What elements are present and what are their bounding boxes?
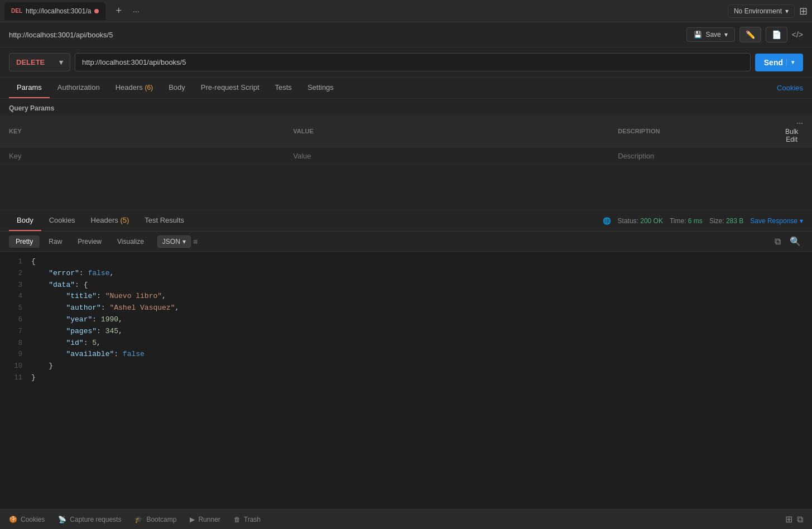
status-label: Status: 200 OK xyxy=(618,217,663,225)
response-tabs-row: Body Cookies Headers (5) Test Results 🌐 … xyxy=(0,210,812,232)
url-input[interactable] xyxy=(75,53,751,71)
capture-requests-item[interactable]: 📡 Capture requests xyxy=(58,516,121,523)
url-bar-container: http://localhost:3001/api/books/5 💾 Save… xyxy=(0,22,812,47)
response-tab-cookies[interactable]: Cookies xyxy=(41,210,83,231)
query-params-header: Query Params xyxy=(0,99,812,116)
request-tabs-row: Params Authorization Headers (6) Body Pr… xyxy=(0,78,812,99)
edit-icon-button[interactable]: ✏️ xyxy=(739,27,761,42)
json-line-7: 7 "pages": 345, xyxy=(0,326,812,338)
environment-selector[interactable]: No Environment ▾ xyxy=(728,4,795,18)
new-tab-button[interactable]: + xyxy=(112,4,125,18)
send-button[interactable]: Send ▾ xyxy=(755,54,803,71)
globe-icon: 🌐 xyxy=(603,217,611,225)
workspace-settings-button[interactable]: ⊞ xyxy=(799,5,808,17)
value-input[interactable] xyxy=(293,152,600,160)
format-row-right: ⧉ 🔍 xyxy=(772,235,803,248)
size-label: Size: 283 B xyxy=(709,217,743,225)
copy-icon-button[interactable]: ⧉ xyxy=(772,235,783,248)
key-cell[interactable] xyxy=(0,147,284,165)
params-table: KEY VALUE DESCRIPTION ··· Bulk Edit xyxy=(0,116,812,165)
tab-bar-actions: + ··· xyxy=(112,4,142,18)
format-selector[interactable]: JSON ▾ xyxy=(157,235,191,248)
time-label: Time: 6 ms xyxy=(670,217,703,225)
env-label: No Environment xyxy=(734,7,782,15)
json-line-1: 1 { xyxy=(0,256,812,268)
tab-url: http://localhost:3001/a xyxy=(26,7,91,15)
tab-body[interactable]: Body xyxy=(161,78,193,98)
format-chevron-icon: ▾ xyxy=(182,238,186,246)
layout-icon-button[interactable]: ⊞ xyxy=(785,514,792,525)
capture-icon: 📡 xyxy=(58,516,66,523)
bootcamp-item[interactable]: 🎓 Bootcamp xyxy=(134,516,176,523)
format-tab-pretty[interactable]: Pretty xyxy=(9,235,40,248)
bootcamp-icon: 🎓 xyxy=(134,516,143,523)
docs-icon-button[interactable]: 📄 xyxy=(766,27,787,42)
request-row: DELETE ▾ Send ▾ xyxy=(0,47,812,78)
table-row xyxy=(0,147,812,165)
code-icon-button[interactable]: </> xyxy=(792,30,803,39)
url-bar-actions: 💾 Save ▾ ✏️ 📄 </> xyxy=(686,27,803,42)
env-chevron-icon: ▾ xyxy=(785,7,789,15)
format-tab-visualize[interactable]: Visualize xyxy=(110,235,151,248)
json-line-10: 10 } xyxy=(0,360,812,372)
status-bar-right: ⊞ ⧉ xyxy=(785,514,803,525)
more-icon: ··· xyxy=(796,119,803,128)
split-icon-button[interactable]: ⧉ xyxy=(797,514,803,525)
runner-icon: ▶ xyxy=(190,516,195,523)
size-value: 283 B xyxy=(726,217,743,225)
cookies-status-icon: 🍪 xyxy=(9,516,17,523)
tab-params[interactable]: Params xyxy=(9,78,50,98)
json-line-4: 4 "title": "Nuevo libro", xyxy=(0,291,812,302)
more-tabs-button[interactable]: ··· xyxy=(129,6,143,17)
browser-tab-bar: DEL http://localhost:3001/a + ··· No Env… xyxy=(0,0,812,22)
runner-item[interactable]: ▶ Runner xyxy=(190,516,220,523)
save-response-button[interactable]: Save Response ▾ xyxy=(750,217,803,225)
cookies-status-item[interactable]: 🍪 Cookies xyxy=(9,516,45,523)
response-tab-test-results[interactable]: Test Results xyxy=(137,210,192,231)
format-tab-raw[interactable]: Raw xyxy=(42,235,69,248)
key-input[interactable] xyxy=(9,152,275,160)
json-line-11: 11 } xyxy=(0,372,812,384)
value-column-header: VALUE xyxy=(284,116,609,147)
format-tab-preview[interactable]: Preview xyxy=(71,235,108,248)
tab-authorization[interactable]: Authorization xyxy=(50,78,108,98)
request-title: http://localhost:3001/api/books/5 xyxy=(9,31,113,39)
active-tab[interactable]: DEL http://localhost:3001/a xyxy=(4,2,105,20)
save-button[interactable]: 💾 Save ▾ xyxy=(686,27,734,42)
response-meta: 🌐 Status: 200 OK Time: 6 ms Size: 283 B … xyxy=(603,217,803,225)
method-selector[interactable]: DELETE ▾ xyxy=(9,53,70,71)
bulk-edit-button[interactable]: Bulk Edit xyxy=(780,128,803,143)
key-column-header: KEY xyxy=(0,116,284,147)
json-viewer: 1 { 2 "error": false, 3 "data": { 4 "tit… xyxy=(0,252,812,509)
tab-tests[interactable]: Tests xyxy=(267,78,300,98)
body-format-row: Pretty Raw Preview Visualize JSON ▾ ≡ ⧉ … xyxy=(0,232,812,252)
tab-prerequest[interactable]: Pre-request Script xyxy=(193,78,267,98)
trash-icon: 🗑 xyxy=(234,516,241,523)
json-line-3: 3 "data": { xyxy=(0,280,812,291)
trash-item[interactable]: 🗑 Trash xyxy=(234,516,261,523)
empty-params-area xyxy=(0,165,812,210)
json-line-9: 9 "available": false xyxy=(0,349,812,360)
save-response-chevron-icon: ▾ xyxy=(800,217,803,225)
tab-headers[interactable]: Headers (6) xyxy=(108,78,161,98)
response-tab-body[interactable]: Body xyxy=(9,210,41,231)
cookies-link[interactable]: Cookies xyxy=(777,78,803,98)
description-cell[interactable] xyxy=(609,147,771,165)
filter-icon-button[interactable]: ≡ xyxy=(193,237,198,246)
json-line-5: 5 "author": "Ashel Vasquez", xyxy=(0,302,812,314)
save-icon: 💾 xyxy=(694,31,702,39)
json-line-2: 2 "error": false, xyxy=(0,268,812,280)
tab-bar-right: No Environment ▾ ⊞ xyxy=(728,4,808,18)
status-value: 200 OK xyxy=(640,217,663,225)
value-cell[interactable] xyxy=(284,147,609,165)
row-actions-cell xyxy=(771,147,812,165)
method-label: DELETE xyxy=(16,58,45,66)
tab-unsaved-dot xyxy=(94,9,99,13)
json-line-6: 6 "year": 1990, xyxy=(0,314,812,326)
response-tab-headers[interactable]: Headers (5) xyxy=(83,210,137,231)
description-input[interactable] xyxy=(618,152,762,160)
actions-column-header: ··· Bulk Edit xyxy=(771,116,812,147)
search-icon-button[interactable]: 🔍 xyxy=(787,235,803,248)
tab-settings[interactable]: Settings xyxy=(300,78,342,98)
save-chevron-icon: ▾ xyxy=(724,31,728,39)
